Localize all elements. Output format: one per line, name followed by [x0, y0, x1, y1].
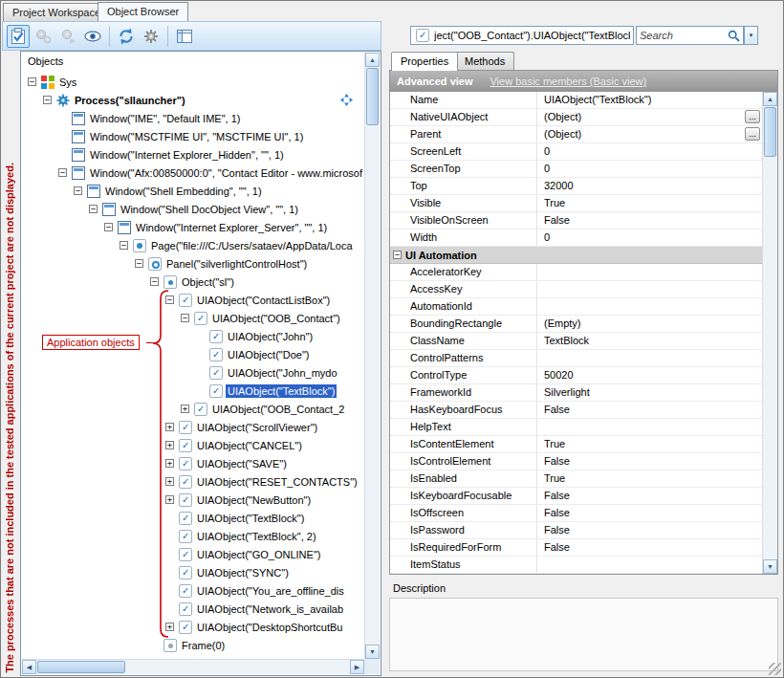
- property-value[interactable]: False: [537, 522, 762, 538]
- property-row[interactable]: HelpText: [390, 419, 762, 436]
- tree-item[interactable]: −UIAObject("ContactListBox"): [22, 291, 364, 309]
- object-checkpoint-icon[interactable]: [7, 25, 30, 48]
- property-row[interactable]: HasKeyboardFocusFalse: [390, 402, 762, 419]
- property-row[interactable]: AutomationId: [390, 298, 762, 316]
- tree-item-label[interactable]: Window("Afx:00850000:0", "Contact Editor…: [88, 166, 364, 180]
- property-row[interactable]: Width0: [390, 230, 762, 247]
- expand-toggle-icon[interactable]: +: [165, 423, 174, 431]
- tree-item-label[interactable]: UIAObject("TextBlock"): [195, 512, 306, 525]
- tree-item[interactable]: −Window("Afx:00850000:0", "Contact Edito…: [22, 164, 364, 182]
- property-value[interactable]: TextBlock: [537, 333, 762, 349]
- tree-item-label[interactable]: UIAObject("SYNC"): [195, 566, 291, 580]
- tree-item[interactable]: −UIAObject("OOB_Contact"): [22, 309, 364, 327]
- expand-toggle-icon[interactable]: +: [165, 459, 174, 468]
- tree-item-label[interactable]: Page("file:///C:/Users/sataev/AppData/Lo…: [149, 239, 355, 252]
- expand-toggle-icon[interactable]: +: [181, 405, 189, 413]
- tree-item-label[interactable]: Window("Internet Explorer_Hidden", "", 1…: [88, 148, 286, 162]
- property-value[interactable]: False: [537, 212, 762, 229]
- property-value[interactable]: False: [537, 488, 762, 504]
- property-value[interactable]: [537, 557, 762, 573]
- property-row[interactable]: ControlPatterns: [390, 350, 762, 367]
- scroll-up-button[interactable]: ▲: [763, 92, 777, 106]
- highlight-eye-icon[interactable]: [81, 25, 104, 48]
- expand-toggle-icon[interactable]: +: [165, 441, 174, 449]
- property-value[interactable]: [537, 264, 762, 280]
- property-value[interactable]: [537, 350, 762, 366]
- property-value[interactable]: 50020: [537, 367, 762, 383]
- property-row[interactable]: IsRequiredForFormFalse: [390, 539, 762, 557]
- property-row[interactable]: Top32000: [390, 178, 762, 195]
- tree-item-label[interactable]: Sys: [57, 76, 78, 89]
- ellipsis-button[interactable]: ...: [745, 127, 760, 141]
- collapse-toggle-icon[interactable]: −: [104, 223, 113, 231]
- tree-item-label[interactable]: Window("Internet Explorer_Server", "", 1…: [134, 221, 329, 234]
- tree-item-label[interactable]: UIAObject("GO_ONLINE"): [195, 548, 322, 561]
- property-value[interactable]: 0: [537, 161, 762, 177]
- collapse-toggle-icon[interactable]: −: [58, 168, 67, 177]
- property-row[interactable]: Parent(Object)...: [390, 126, 762, 143]
- tree-item-label[interactable]: Frame(0): [180, 639, 227, 652]
- tree-item[interactable]: UIAObject("John_mydo: [22, 363, 364, 382]
- tree-item-label[interactable]: UIAObject("John"): [226, 330, 315, 343]
- search-input[interactable]: Search: [636, 26, 744, 45]
- tree-item-label[interactable]: UIAObject("CANCEL"): [195, 439, 304, 452]
- collapse-toggle-icon[interactable]: −: [89, 205, 98, 213]
- tree-item-label[interactable]: Window("MSCTFIME UI", "MSCTFIME UI", 1): [88, 130, 305, 143]
- property-value[interactable]: False: [537, 539, 762, 556]
- tree-item-label[interactable]: UIAObject("Doe"): [226, 348, 311, 361]
- tree-item-label[interactable]: Panel("silverlightControlHost"): [164, 257, 309, 271]
- tree-item[interactable]: −Window("Shell DocObject View", "", 1): [22, 200, 364, 218]
- property-group-header[interactable]: −UI Automation: [390, 247, 762, 264]
- tree-item[interactable]: Window("MSCTFIME UI", "MSCTFIME UI", 1): [22, 127, 364, 145]
- tree-item[interactable]: +UIAObject("CANCEL"): [22, 436, 364, 454]
- tree-item[interactable]: UIAObject("TextBlock", 2): [22, 527, 364, 545]
- property-row[interactable]: NameUIAObject("TextBlock"): [390, 92, 762, 109]
- tab-project-workspace[interactable]: Project Workspace: [3, 3, 110, 21]
- scrollbar-thumb[interactable]: [366, 68, 379, 125]
- tree-horizontal-scrollbar[interactable]: ◀ ▶: [22, 659, 364, 674]
- property-value[interactable]: 32000: [537, 178, 762, 194]
- scrollbar-thumb[interactable]: [37, 661, 125, 673]
- property-value[interactable]: False: [537, 505, 762, 521]
- tree-item-label[interactable]: UIAObject("Network_is_availab: [195, 602, 345, 616]
- basic-view-link[interactable]: View basic members (Basic view): [490, 76, 646, 87]
- property-row[interactable]: IsEnabledTrue: [390, 470, 762, 488]
- tree-item[interactable]: +UIAObject("RESET_CONTACTS"): [22, 472, 364, 491]
- tree-item-label[interactable]: UIAObject("TextBlock"): [226, 384, 337, 398]
- tree-item-label[interactable]: UIAObject("NewButton"): [195, 493, 313, 507]
- property-row[interactable]: IsKeyboardFocusableFalse: [390, 488, 762, 505]
- tree-item[interactable]: +UIAObject("DesktopShortcutBu: [22, 618, 364, 636]
- tree-item[interactable]: −Process("sllauncher"): [22, 91, 364, 109]
- tree-item-label[interactable]: UIAObject("John_mydo: [226, 366, 339, 380]
- property-row[interactable]: IsPasswordFalse: [390, 522, 762, 539]
- collapse-toggle-icon[interactable]: −: [150, 277, 159, 286]
- collapse-toggle-icon[interactable]: −: [135, 259, 143, 268]
- collapse-toggle-icon[interactable]: −: [28, 77, 36, 86]
- tree-item[interactable]: −Object("sl"): [22, 273, 364, 291]
- property-row[interactable]: ItemStatus: [390, 557, 762, 574]
- property-value[interactable]: Silverlight: [537, 384, 762, 401]
- grid-vertical-scrollbar[interactable]: ▲ ▼: [762, 92, 777, 574]
- tree-item[interactable]: +UIAObject("NewButton"): [22, 491, 364, 509]
- collapse-toggle-icon[interactable]: −: [74, 186, 82, 195]
- collapse-toggle-icon[interactable]: −: [165, 295, 174, 304]
- property-row[interactable]: VisibleTrue: [390, 195, 762, 212]
- tree-item-label[interactable]: UIAObject("DesktopShortcutBu: [195, 621, 344, 634]
- property-row[interactable]: ScreenLeft0: [390, 143, 762, 161]
- property-value[interactable]: False: [537, 453, 762, 470]
- property-row[interactable]: BoundingRectangle(Empty): [390, 316, 762, 333]
- property-value[interactable]: [537, 281, 762, 297]
- tree-vertical-scrollbar[interactable]: ▲ ▼: [364, 53, 380, 659]
- property-row[interactable]: ControlType50020: [390, 367, 762, 384]
- tree-item-label[interactable]: Window("Shell DocObject View", "", 1): [119, 203, 300, 216]
- tree-item-label[interactable]: Process("sllauncher"): [73, 94, 187, 107]
- property-value[interactable]: True: [537, 470, 762, 487]
- tree-item[interactable]: UIAObject("You_are_offline_dis: [22, 581, 364, 600]
- scroll-right-button[interactable]: ▶: [350, 660, 364, 674]
- refresh-icon[interactable]: [115, 25, 138, 48]
- tree-item-label[interactable]: Window("IME", "Default IME", 1): [88, 112, 242, 125]
- resize-grip[interactable]: [769, 663, 781, 675]
- scroll-left-button[interactable]: ◀: [22, 660, 36, 674]
- property-row[interactable]: IsOffscreenFalse: [390, 505, 762, 522]
- collapse-toggle-icon[interactable]: −: [43, 96, 52, 104]
